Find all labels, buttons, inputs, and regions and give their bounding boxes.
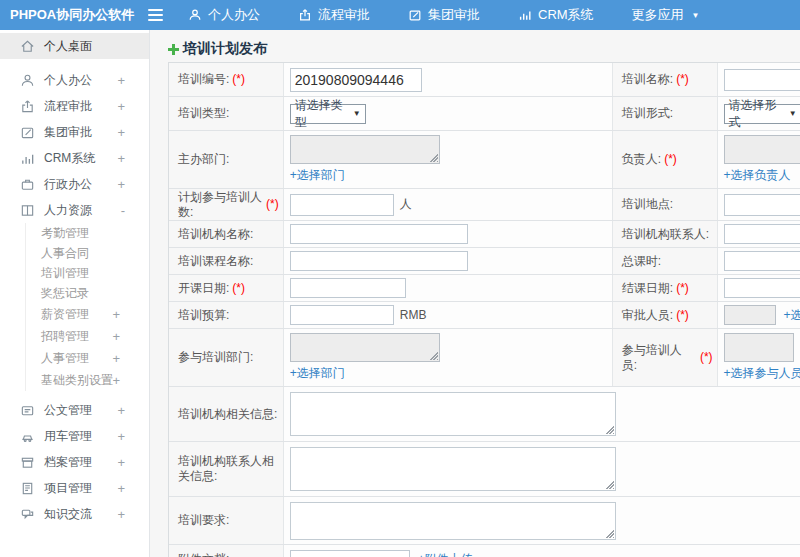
- field-label: 参与培训部门:: [178, 350, 253, 365]
- approvers-field[interactable]: [724, 305, 776, 325]
- app-logo: PHPOA协同办公软件: [0, 6, 140, 24]
- sidebar-item-documents[interactable]: 公文管理 +: [0, 397, 149, 423]
- expand-plus-icon[interactable]: +: [117, 429, 125, 444]
- sidebar-item-personal-desktop[interactable]: 个人桌面: [0, 33, 149, 59]
- top-menu-group-approval[interactable]: 集团审批: [408, 6, 480, 24]
- row-budget: 培训预算: RMB 审批人员:(*) +选择审批人: [169, 302, 800, 329]
- training-number-input[interactable]: [290, 68, 422, 92]
- sidebar-item-hr-contract[interactable]: 人事合同: [26, 243, 149, 263]
- top-menu-more-apps[interactable]: 更多应用 ▼: [632, 6, 700, 24]
- course-name-input[interactable]: [290, 251, 468, 271]
- expand-plus-icon[interactable]: +: [112, 373, 120, 388]
- required-mark: (*): [676, 308, 689, 323]
- sidebar-item-attendance[interactable]: 考勤管理: [26, 223, 149, 243]
- select-leader-link[interactable]: +选择负责人: [724, 167, 791, 184]
- end-date-input[interactable]: [724, 278, 800, 298]
- expand-plus-icon[interactable]: +: [117, 481, 125, 496]
- sidebar-item-process-approval[interactable]: 流程审批 +: [0, 93, 149, 119]
- row-start-date: 开课日期:(*) 结课日期:(*): [169, 275, 800, 302]
- org-contact-info-textarea[interactable]: [290, 447, 616, 491]
- expand-plus-icon[interactable]: +: [112, 329, 120, 344]
- row-planned-participants: 计划参与培训人数:(*) 人 培训地点:: [169, 189, 800, 221]
- training-location-input[interactable]: [724, 194, 800, 216]
- training-type-select[interactable]: 请选择类型▼: [290, 104, 366, 124]
- sidebar-item-recruitment[interactable]: 招聘管理+: [26, 325, 149, 347]
- resize-grip-icon[interactable]: [429, 153, 438, 162]
- expand-plus-icon[interactable]: +: [112, 351, 120, 366]
- select-department-link[interactable]: +选择部门: [290, 167, 345, 184]
- briefcase-icon: [20, 177, 35, 192]
- resize-grip-icon[interactable]: [605, 425, 614, 434]
- resize-grip-icon[interactable]: [605, 480, 614, 489]
- planned-participants-input[interactable]: [290, 194, 394, 216]
- org-name-input[interactable]: [290, 224, 468, 244]
- requirements-textarea[interactable]: [290, 502, 616, 540]
- row-org-contact-info: 培训机构联系人相关信息:: [169, 442, 800, 497]
- budget-input[interactable]: [290, 305, 394, 325]
- sidebar-item-base-category[interactable]: 基础类别设置+: [26, 369, 149, 391]
- required-mark: (*): [676, 72, 689, 87]
- resize-grip-icon[interactable]: [605, 529, 614, 538]
- flow-upload-icon: [20, 99, 35, 114]
- expand-plus-icon[interactable]: +: [117, 177, 125, 192]
- field-label: 开课日期:: [178, 281, 229, 296]
- top-menu-process-approval[interactable]: 流程审批: [298, 6, 370, 24]
- sidebar-item-training[interactable]: 培训管理: [26, 263, 149, 283]
- expand-plus-icon[interactable]: +: [117, 151, 125, 166]
- row-org-name: 培训机构名称: 培训机构联系人:: [169, 221, 800, 248]
- resize-grip-icon[interactable]: [429, 351, 438, 360]
- main-content: 培训计划发布 培训编号:(*) 培训名称:(*) 培训类型: 请选择类型▼ 培训…: [151, 30, 800, 557]
- leader-textarea[interactable]: [724, 135, 800, 164]
- sidebar-item-vehicles[interactable]: 用车管理 +: [0, 423, 149, 449]
- top-bar: PHPOA协同办公软件 个人办公 流程审批 集团审批 CRM系统 更多应用 ▼: [0, 0, 800, 30]
- sidebar-item-personal-office[interactable]: 个人办公 +: [0, 67, 149, 93]
- host-department-textarea[interactable]: [290, 135, 440, 164]
- select-participants-link[interactable]: +选择参与人员: [724, 365, 800, 382]
- org-contact-input[interactable]: [724, 224, 800, 244]
- field-label: 附件文档:: [178, 552, 229, 557]
- top-menu-crm[interactable]: CRM系统: [518, 6, 594, 24]
- top-menu-personal-office[interactable]: 个人办公: [188, 6, 260, 24]
- expand-plus-icon[interactable]: +: [117, 99, 125, 114]
- sidebar-item-hr[interactable]: 人力资源 -: [0, 197, 149, 223]
- select-department-link[interactable]: +选择部门: [290, 365, 345, 382]
- sidebar-item-group-approval[interactable]: 集团审批 +: [0, 119, 149, 145]
- expand-plus-icon[interactable]: +: [117, 403, 125, 418]
- expand-plus-icon[interactable]: +: [112, 307, 120, 322]
- training-name-input[interactable]: [724, 69, 800, 91]
- hr-submenu: 考勤管理 人事合同 培训管理 奖惩记录 薪资管理+ 招聘管理+ 人事管理+ 基础…: [25, 223, 149, 391]
- edit-icon: [20, 125, 35, 140]
- select-approver-link[interactable]: +选择审批人: [784, 307, 800, 324]
- total-hours-input[interactable]: [724, 251, 800, 271]
- participants-textarea[interactable]: [724, 333, 794, 362]
- sidebar-item-crm[interactable]: CRM系统 +: [0, 145, 149, 171]
- attachment-input[interactable]: [290, 550, 410, 557]
- expand-plus-icon[interactable]: +: [117, 73, 125, 88]
- org-info-textarea[interactable]: [290, 392, 616, 436]
- sidebar-item-knowledge[interactable]: 知识交流 +: [0, 501, 149, 527]
- field-label: 培训机构联系人相关信息:: [178, 454, 279, 484]
- sidebar-item-personnel[interactable]: 人事管理+: [26, 347, 149, 369]
- sidebar-item-projects[interactable]: 项目管理 +: [0, 475, 149, 501]
- book-icon: [20, 203, 35, 218]
- select-arrow-icon: ▼: [789, 109, 797, 118]
- expand-plus-icon[interactable]: +: [117, 455, 125, 470]
- person-icon: [20, 73, 35, 88]
- expand-plus-icon[interactable]: +: [117, 507, 125, 522]
- collapse-minus-icon[interactable]: -: [121, 203, 125, 218]
- attachment-upload-link[interactable]: +附件上传: [418, 551, 473, 557]
- participating-departments-textarea[interactable]: [290, 333, 440, 362]
- sidebar-item-admin-office[interactable]: 行政办公 +: [0, 171, 149, 197]
- sidebar-item-salary[interactable]: 薪资管理+: [26, 303, 149, 325]
- sidebar-item-rewards[interactable]: 奖惩记录: [26, 283, 149, 303]
- flow-upload-icon: [298, 8, 312, 22]
- training-form-select[interactable]: 请选择形式▼: [724, 104, 800, 124]
- field-label: 培训要求:: [178, 513, 229, 528]
- start-date-input[interactable]: [290, 278, 406, 298]
- field-label: 总课时:: [622, 254, 661, 269]
- field-label: 培训类型:: [178, 106, 229, 121]
- sidebar-item-archives[interactable]: 档案管理 +: [0, 449, 149, 475]
- row-org-info: 培训机构相关信息:: [169, 387, 800, 442]
- expand-plus-icon[interactable]: +: [117, 125, 125, 140]
- hamburger-menu-icon[interactable]: [148, 0, 166, 30]
